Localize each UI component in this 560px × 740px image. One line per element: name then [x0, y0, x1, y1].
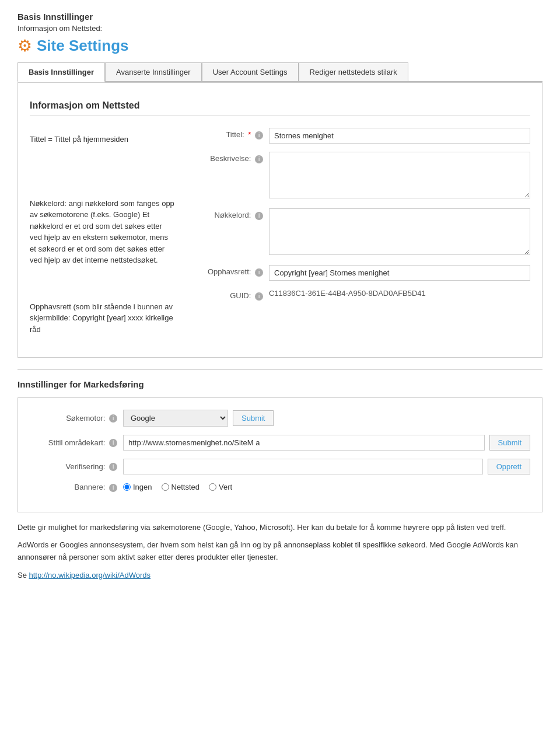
nokkelord-textarea[interactable] — [269, 208, 530, 255]
tabs-bar: Basis Innstillinger Avanserte Innstillin… — [18, 62, 542, 82]
form-row-beskrivelse: Beskrivelse: i — [193, 152, 530, 200]
footer-desc3: Se http://no.wikipedia.org/wiki/AdWords — [18, 570, 542, 582]
footer-descriptions: Dette gir mulighet for markedsføring via… — [18, 522, 542, 582]
page-main-title: Basis Innstillinger — [18, 12, 542, 22]
beskrivelse-info-icon[interactable]: i — [255, 155, 263, 163]
opprett-button[interactable]: Opprett — [488, 459, 530, 474]
gear-icon: ⚙ — [18, 36, 32, 55]
opphavsrett-label: Opphavsrett: i — [193, 265, 269, 277]
form-row-opphavsrett: Opphavsrett: i — [193, 265, 530, 281]
verifisering-input[interactable] — [123, 459, 483, 474]
footer-desc2: AdWords er Googles annonsesystem, der hv… — [18, 539, 542, 564]
bannere-ingen-label: Ingen — [133, 483, 152, 491]
guid-label: GUID: i — [193, 289, 269, 301]
opphavsrett-control — [269, 265, 530, 281]
bannere-nettsted-radio[interactable] — [162, 483, 169, 491]
verifisering-label: Verifisering: i — [30, 462, 123, 472]
mrow-verifisering: Verifisering: i Opprett — [30, 459, 530, 474]
bannere-ingen-option[interactable]: Ingen — [123, 483, 152, 491]
left-descriptions: Tittel = Tittel på hjemmesiden Nøkkelord… — [30, 128, 176, 345]
tab-avanserte[interactable]: Avanserte Innstillinger — [105, 62, 202, 81]
site-settings-title: Site Settings — [37, 37, 128, 55]
bannere-info-icon[interactable]: i — [109, 484, 117, 492]
footer-adwords-link[interactable]: http://no.wikipedia.org/wiki/AdWords — [29, 571, 151, 580]
guid-control: C11836C1-361E-44B4-A950-8DAD0AFB5D41 — [269, 289, 530, 298]
bannere-ingen-radio[interactable] — [123, 483, 131, 491]
opphavsrett-input[interactable] — [269, 265, 530, 281]
footer-desc1: Dette gir mulighet for markedsføring via… — [18, 522, 542, 534]
guid-value: C11836C1-361E-44B4-A950-8DAD0AFB5D41 — [269, 287, 426, 298]
mrow-sokemotor: Søkemotor: i Google Yahoo Microsoft Bing… — [30, 410, 530, 427]
tab-user-account[interactable]: User Account Settings — [202, 62, 299, 81]
bannere-nettsted-label: Nettsted — [172, 483, 200, 491]
nokkelord-info-icon[interactable]: i — [255, 212, 263, 220]
beskrivelse-control — [269, 152, 530, 200]
beskrivelse-textarea[interactable] — [269, 152, 530, 198]
verifisering-control: Opprett — [123, 459, 530, 474]
beskrivelse-label: Beskrivelse: i — [193, 152, 269, 163]
marketing-form: Søkemotor: i Google Yahoo Microsoft Bing… — [18, 397, 542, 512]
stitil-control: Submit — [123, 435, 530, 451]
bannere-vert-label: Vert — [219, 483, 232, 491]
mrow-stitil: Stitil områdekart: i Submit — [30, 435, 530, 451]
tittel-desc: Tittel = Tittel på hjemmesiden — [30, 134, 176, 145]
tittel-control — [269, 128, 530, 144]
bannere-vert-option[interactable]: Vert — [209, 483, 232, 491]
sokemotor-select[interactable]: Google Yahoo Microsoft Bing — [123, 410, 228, 427]
stitil-label: Stitil områdekart: i — [30, 438, 123, 448]
opphavsrett-info-icon[interactable]: i — [255, 268, 263, 277]
required-star: * — [248, 130, 251, 139]
stitil-info-icon[interactable]: i — [109, 439, 117, 447]
tittel-info-icon[interactable]: i — [255, 131, 263, 139]
form-row-guid: GUID: i C11836C1-361E-44B4-A950-8DAD0AFB… — [193, 289, 530, 301]
bannere-nettsted-option[interactable]: Nettsted — [162, 483, 200, 491]
stitil-input[interactable] — [123, 435, 485, 451]
bannere-control: Ingen Nettsted Vert — [123, 483, 530, 491]
page-sub-title: Informasjon om Nettsted: — [18, 24, 542, 33]
sokemotor-label: Søkemotor: i — [30, 414, 123, 423]
tittel-input[interactable] — [269, 128, 530, 144]
tab-basis[interactable]: Basis Innstillinger — [18, 62, 105, 82]
marketing-title: Innstillinger for Markedsføring — [18, 369, 542, 389]
form-panel: Informasjon om Nettsted Tittel = Tittel … — [18, 82, 542, 358]
bannere-label: Bannere: i — [30, 483, 123, 492]
verifisering-info-icon[interactable]: i — [109, 463, 117, 471]
sokemotor-info-icon[interactable]: i — [109, 414, 117, 423]
right-form: Tittel: * i Beskrivelse: i — [193, 128, 530, 345]
tittel-label: Tittel: * i — [193, 128, 269, 139]
bannere-vert-radio[interactable] — [209, 483, 216, 491]
nokkelord-control — [269, 208, 530, 257]
form-row-nokkelord: Nøkkelord: i — [193, 208, 530, 257]
sokemotor-control: Google Yahoo Microsoft Bing Submit — [123, 410, 530, 427]
mrow-bannere: Bannere: i Ingen Nettsted Vert — [30, 483, 530, 492]
stitil-submit-button[interactable]: Submit — [489, 435, 530, 451]
section-header: Informasjon om Nettsted — [30, 95, 530, 116]
opphavsrett-desc: Opphavsrett (som blir stående i bunnen a… — [30, 301, 176, 336]
guid-info-icon[interactable]: i — [255, 292, 263, 301]
tab-rediger[interactable]: Rediger nettstedets stilark — [299, 62, 408, 81]
nokkelord-label: Nøkkelord: i — [193, 208, 269, 220]
sokemotor-submit-button[interactable]: Submit — [233, 410, 274, 426]
nokkelord-desc: Nøkkelord: angi nøkkelord som fanges opp… — [30, 198, 176, 266]
form-row-tittel: Tittel: * i — [193, 128, 530, 144]
bannere-radio-group: Ingen Nettsted Vert — [123, 483, 232, 491]
